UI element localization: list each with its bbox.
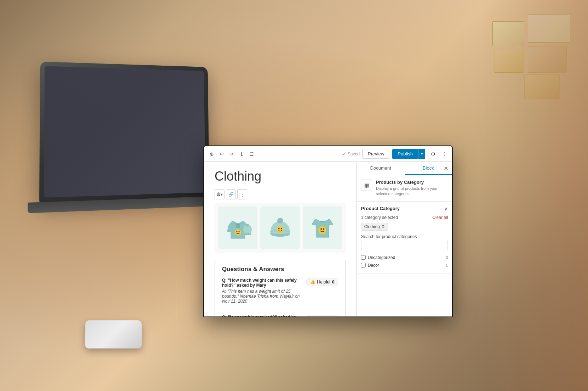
helpful-button-1[interactable]: 👍 Helpful 0 xyxy=(306,278,338,286)
qa-item-1: Q: "How much weight can this safely hold… xyxy=(222,278,338,309)
boxes-decoration xyxy=(464,14,570,103)
editor-area: Clothing 🖼▾ 🔗 ⋮ xyxy=(204,162,356,316)
product-category-panel: Product Category ∧ 1 category selected C… xyxy=(357,202,452,274)
panel-title: Product Category xyxy=(361,206,400,211)
check-icon: ✓ xyxy=(343,152,346,156)
clear-all-button[interactable]: Clear all xyxy=(432,215,448,220)
hoodie-svg xyxy=(222,212,254,244)
qa-title: Questions & Answers xyxy=(222,266,338,273)
answer-1: A: "This item has a weight limit of 25 p… xyxy=(222,289,306,304)
gear-icon: ⚙ xyxy=(431,151,436,157)
product-image-2 xyxy=(262,209,298,247)
link-icon: 🔗 xyxy=(228,192,234,197)
sidebar-tabs: Document Block ✕ xyxy=(357,162,452,175)
svg-point-12 xyxy=(318,226,326,234)
product-grid: ★ ★ xyxy=(215,203,346,253)
qa-item-2: Q: "Is assembly required?" asked by Davi… xyxy=(222,315,338,316)
svg-point-9 xyxy=(277,226,284,233)
product-image-1 xyxy=(220,209,256,247)
preview-button[interactable]: Preview xyxy=(362,149,389,159)
more-block-options-button[interactable]: ⋮ xyxy=(237,189,247,199)
editor-toolbar: ⊕ ↩ ↪ ℹ ☰ ✓ Saved Preview Publish ▾ ⚙ ⋮ xyxy=(204,146,452,162)
redo-button[interactable]: ↪ xyxy=(228,150,235,158)
beanie-svg xyxy=(264,212,296,244)
block-info: ▦ Products by Category Display a grid of… xyxy=(357,175,452,202)
category-tag-gear-icon[interactable]: ⚙ xyxy=(381,224,385,229)
product-card-3: ★ ★ xyxy=(303,206,342,249)
block-toolbar: 🖼▾ 🔗 ⋮ xyxy=(215,189,346,199)
block-description: Products by Category Display a grid of p… xyxy=(376,180,448,197)
svg-point-5 xyxy=(246,224,249,227)
toolbar-right: ✓ Saved Preview Publish ▾ ⚙ ⋮ xyxy=(343,149,448,159)
svg-point-2 xyxy=(238,231,239,232)
selected-category-tag: Clothing ⚙ xyxy=(361,223,388,231)
svg-point-1 xyxy=(236,231,237,232)
question-1: Q: "How much weight can this safely hold… xyxy=(222,278,306,288)
thumbsup-icon-1: 👍 xyxy=(310,280,315,285)
tshirt-svg: ★ ★ xyxy=(306,212,338,244)
close-sidebar-button[interactable]: ✕ xyxy=(442,165,449,172)
publish-dropdown-arrow[interactable]: ▾ xyxy=(418,149,425,159)
tab-document[interactable]: Document xyxy=(357,162,405,175)
category-count-decor: 1 xyxy=(446,263,448,268)
category-label-uncategorized[interactable]: Uncategorized xyxy=(361,255,395,260)
svg-point-13 xyxy=(321,228,322,230)
category-name-uncategorized: Uncategorized xyxy=(368,255,395,260)
publish-button[interactable]: Publish xyxy=(392,149,418,159)
right-sidebar: Document Block ✕ ▦ Products by Category … xyxy=(356,162,452,316)
category-item-uncategorized: Uncategorized 0 xyxy=(361,254,448,261)
helpful-count-1: 0 xyxy=(332,280,334,285)
svg-point-10 xyxy=(278,228,280,229)
product-card-2 xyxy=(260,206,300,249)
category-name-decor: Decor xyxy=(368,263,379,268)
svg-rect-4 xyxy=(244,233,251,235)
category-count-uncategorized: 0 xyxy=(446,255,448,260)
category-count: 1 category selected xyxy=(361,215,398,220)
main-content-area: Clothing 🖼▾ 🔗 ⋮ xyxy=(204,162,452,316)
category-list: Uncategorized 0 Decor 1 xyxy=(361,254,448,269)
image-tool-button[interactable]: 🖼▾ xyxy=(215,189,224,199)
page-title: Clothing xyxy=(215,169,346,184)
category-checkbox-decor[interactable] xyxy=(361,263,366,268)
image-icon: 🖼 xyxy=(216,192,221,197)
info-button[interactable]: ℹ xyxy=(238,150,245,158)
helpful-label-1: Helpful xyxy=(317,280,330,285)
saved-status: ✓ Saved xyxy=(343,152,360,156)
qa-text-2: Q: "Is assembly required?" asked by Davi… xyxy=(222,315,306,316)
svg-text:★: ★ xyxy=(326,224,328,227)
panel-collapse-button[interactable]: ∧ xyxy=(444,206,448,211)
block-title: Products by Category xyxy=(376,180,448,185)
grid-icon: ▦ xyxy=(364,182,370,189)
panel-header: Product Category ∧ xyxy=(361,206,448,211)
category-search-input[interactable] xyxy=(361,241,448,250)
laptop-decoration xyxy=(39,62,210,202)
svg-point-11 xyxy=(281,228,282,229)
category-checkbox-uncategorized[interactable] xyxy=(361,255,366,260)
helpful-button-2[interactable]: 👍 Helpful 0 xyxy=(306,315,338,316)
logo-icon[interactable]: ⊕ xyxy=(208,150,215,158)
block-desc: Display a grid of products from your sel… xyxy=(376,186,448,197)
svg-point-8 xyxy=(277,218,283,224)
link-tool-button[interactable]: 🔗 xyxy=(226,189,236,199)
block-type-icon: ▦ xyxy=(361,180,372,191)
qa-text-1: Q: "How much weight can this safely hold… xyxy=(222,278,306,304)
saved-label: Saved xyxy=(348,152,360,156)
category-label-decor[interactable]: Decor xyxy=(361,263,379,268)
svg-point-0 xyxy=(235,229,241,236)
svg-text:★: ★ xyxy=(317,224,320,227)
selected-category-label: Clothing xyxy=(364,224,380,229)
search-label: Search for product categories xyxy=(361,234,448,239)
category-selected-row: 1 category selected Clear all xyxy=(361,215,448,220)
question-2: Q: "Is assembly required?" asked by Davi… xyxy=(222,315,306,316)
undo-button[interactable]: ↩ xyxy=(218,150,225,158)
more-options-button[interactable]: ⋮ xyxy=(441,150,448,158)
editor-window: ⊕ ↩ ↪ ℹ ☰ ✓ Saved Preview Publish ▾ ⚙ ⋮ … xyxy=(204,146,452,316)
qa-section: Questions & Answers Q: "How much weight … xyxy=(215,260,346,316)
product-card-1 xyxy=(218,206,257,249)
product-image-3: ★ ★ xyxy=(305,209,340,247)
phone-decoration xyxy=(85,320,142,348)
category-item-decor: Decor 1 xyxy=(361,261,448,269)
settings-button[interactable]: ⚙ xyxy=(428,149,438,159)
menu-button[interactable]: ☰ xyxy=(248,150,255,158)
svg-point-14 xyxy=(323,228,324,230)
